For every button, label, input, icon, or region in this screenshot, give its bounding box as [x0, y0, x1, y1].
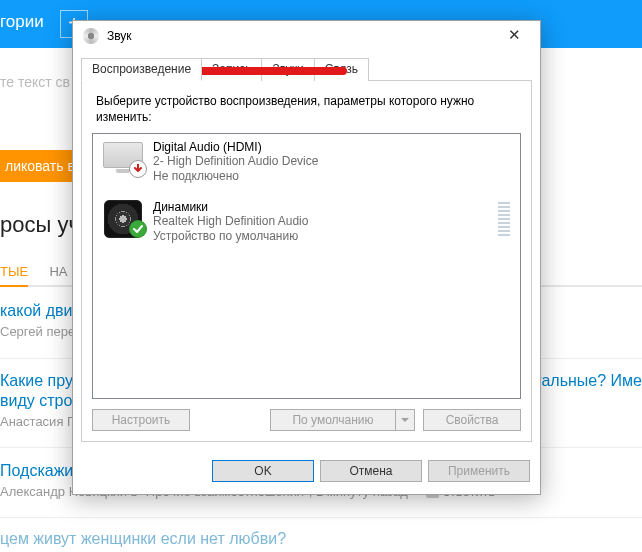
device-description: Realtek High Definition Audio	[153, 214, 308, 229]
device-item-speakers[interactable]: Динамики Realtek High Definition Audio У…	[93, 194, 520, 250]
chevron-down-icon	[395, 409, 415, 431]
status-default-icon	[129, 220, 147, 238]
device-text: Digital Audio (HDMI) 2- High Definition …	[153, 140, 318, 184]
bg-categories-text: гории	[0, 12, 44, 32]
question-link[interactable]: какой дви	[0, 302, 75, 320]
dialog-title: Звук	[107, 29, 132, 43]
question-meta: Сергей пере	[0, 324, 75, 339]
device-list[interactable]: Digital Audio (HDMI) 2- High Definition …	[92, 133, 521, 399]
device-name: Digital Audio (HDMI)	[153, 140, 318, 154]
device-thumb	[101, 200, 145, 236]
bg-tab-next[interactable]: НА	[49, 264, 67, 279]
device-description: 2- High Definition Audio Device	[153, 154, 318, 169]
tab-panel: Выберите устройство воспроизведения, пар…	[81, 81, 532, 442]
configure-button: Настроить	[92, 409, 190, 431]
set-default-button: По умолчанию	[270, 409, 395, 431]
properties-button: Свойства	[423, 409, 521, 431]
device-item-hdmi[interactable]: Digital Audio (HDMI) 2- High Definition …	[93, 134, 520, 190]
divider	[0, 517, 642, 518]
device-status: Устройство по умолчанию	[153, 229, 308, 244]
instruction-text: Выберите устройство воспроизведения, пар…	[96, 93, 517, 125]
title-bar[interactable]: Звук ✕	[73, 21, 540, 51]
bg-question-1: какой дви Сергей пере	[0, 302, 75, 339]
question-link[interactable]: тальные? Име	[534, 372, 642, 390]
device-name: Динамики	[153, 200, 308, 214]
device-text: Динамики Realtek High Definition Audio У…	[153, 200, 308, 244]
bg-textarea-placeholder[interactable]: те текст св	[0, 74, 70, 90]
ok-button[interactable]: OK	[212, 460, 314, 482]
bg-question-2: Какие пру виду стро Анастасия Г	[0, 372, 74, 429]
sound-icon	[83, 28, 99, 44]
panel-button-row: Настроить По умолчанию Свойства	[92, 409, 521, 431]
question-meta: Анастасия Г	[0, 414, 74, 429]
level-meter	[498, 202, 510, 236]
question-link[interactable]: цем живут женщинки если нет любви?	[0, 530, 286, 548]
device-thumb	[101, 140, 145, 176]
question-link[interactable]: виду стро	[0, 392, 74, 410]
set-default-split-button: По умолчанию	[270, 409, 415, 431]
sound-dialog: Звук ✕ Воспроизведение Запись Звуки Связ…	[72, 20, 541, 495]
dialog-footer: OK Отмена Применить	[73, 450, 540, 494]
bg-section-heading: росы уч	[0, 212, 80, 238]
close-button[interactable]: ✕	[494, 23, 534, 49]
question-link[interactable]: Какие пру	[0, 372, 74, 390]
cancel-button[interactable]: Отмена	[320, 460, 422, 482]
status-disconnected-icon	[129, 160, 147, 178]
device-status: Не подключено	[153, 169, 318, 184]
bg-question-4: цем живут женщинки если нет любви?	[0, 530, 286, 548]
tab-playback[interactable]: Воспроизведение	[81, 58, 202, 81]
apply-button: Применить	[428, 460, 530, 482]
bg-question-2-right: тальные? Име	[534, 372, 642, 390]
bg-tab-open[interactable]: ТЫЕ	[0, 264, 28, 287]
